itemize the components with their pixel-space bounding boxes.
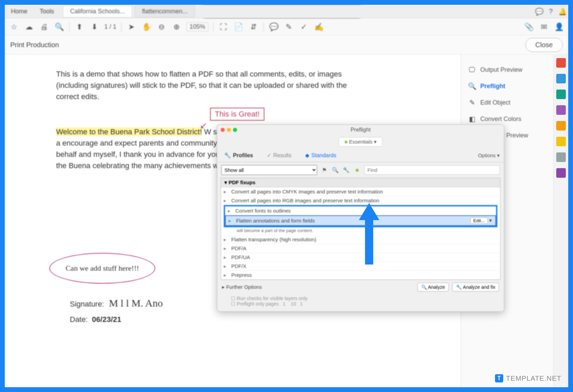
strip-icon-7[interactable] <box>556 152 566 162</box>
chat-icon[interactable]: 💬 <box>533 6 545 17</box>
strip-icon-1[interactable] <box>556 58 566 68</box>
callout-arrow-icon: ↙ <box>200 120 207 131</box>
user-icon[interactable]: 👤 <box>554 22 564 32</box>
item-prepress[interactable]: Prepress <box>221 271 500 280</box>
magnify-icon[interactable]: 🔍 <box>331 166 339 174</box>
tab-results[interactable]: ✓ Results <box>264 151 294 160</box>
close-button[interactable]: Close <box>525 38 563 52</box>
pf-bottom-options: ☐ Run checks for visible layers only ☐ P… <box>217 294 504 311</box>
pf-list: ▾ PDF fixups Convert all pages into CMYK… <box>221 178 500 280</box>
sidebar-item-output-preview[interactable]: 🖵Output Preview <box>465 62 549 78</box>
watermark-logo-icon: T <box>495 374 503 382</box>
comment-icon[interactable]: 💬 <box>269 22 279 32</box>
flag-icon[interactable]: ⚑ <box>321 166 328 174</box>
down-icon[interactable]: ⬇ <box>89 22 100 32</box>
zoom-out-icon[interactable]: ⊖ <box>156 22 167 32</box>
mail-icon[interactable]: ✉ <box>539 22 549 32</box>
print-icon[interactable]: 🖨 <box>39 22 49 32</box>
signature-area: Signature: M l l M. Ano Date: 06/23/21 <box>70 297 163 324</box>
bell-icon[interactable]: 🔔 <box>557 6 568 17</box>
zoom-value[interactable]: 105% <box>186 22 208 31</box>
menu-tools[interactable]: Tools <box>34 8 60 15</box>
star-icon[interactable]: ☆ <box>9 22 19 32</box>
tab-california[interactable]: California Schools... <box>63 5 132 17</box>
item-flatten-desc: will become a part of the page content. <box>221 227 500 235</box>
zoom-in-icon[interactable]: ⊕ <box>171 22 182 32</box>
preflight-icon: 🔍 <box>468 82 476 90</box>
further-options[interactable]: ▸ Further Options <box>222 284 262 290</box>
oval-annotation[interactable]: Can we add stuff here!!! <box>49 253 155 284</box>
sidebar-item-edit-object[interactable]: ✎Edit Object <box>465 94 549 111</box>
cloud-icon[interactable]: ☁ <box>24 22 34 32</box>
page-indicator: 1 / 1 <box>104 23 116 30</box>
find-input[interactable] <box>364 165 500 175</box>
pf-options[interactable]: Options ▾ <box>478 152 500 159</box>
toolbar: ☆ ☁ 🖨 🔍 ⬆ ⬇ 1 / 1 ➤ ✋ ⊖ ⊕ 105% ⛶ 📄 ⇵ 💬 ✎… <box>5 18 568 36</box>
wrench-icon[interactable]: 🔧 <box>342 166 350 174</box>
pp-title: Print Production <box>10 41 59 49</box>
tabs-row: Home Tools California Schools... flatten… <box>5 5 568 18</box>
close-window-icon[interactable] <box>221 128 225 132</box>
analyze-button[interactable]: 🔍 Analyze <box>417 283 449 292</box>
highlight-text: Welcome to the Buena Park School Distric… <box>56 127 202 136</box>
strip-icon-3[interactable] <box>556 90 566 99</box>
stamp-icon[interactable]: ✓ <box>299 22 309 32</box>
strip-icon-2[interactable] <box>556 74 566 83</box>
sign-icon[interactable]: ✍ <box>314 22 324 32</box>
watermark: T TEMPLATE.NET <box>495 374 561 382</box>
date-value: 06/23/21 <box>92 315 121 324</box>
item-cmyk[interactable]: Convert all pages into CMYK images and p… <box>221 187 500 196</box>
pf-title: Preflight <box>351 127 371 133</box>
edit-button[interactable]: Edit... <box>470 217 488 224</box>
group-pdf-fixups[interactable]: ▾ PDF fixups <box>221 178 500 187</box>
attach-icon[interactable]: 📎 <box>524 22 534 32</box>
pen-icon[interactable]: ✎ <box>284 22 294 32</box>
strip-icon-8[interactable] <box>556 168 566 178</box>
print-production-bar: Print Production Close <box>5 36 568 55</box>
sig-value: M l l M. Ano <box>109 297 163 309</box>
pf-titlebar: Preflight <box>217 125 504 135</box>
maximize-window-icon[interactable] <box>233 128 237 132</box>
tab-profiles[interactable]: 🔧 Profiles <box>221 151 256 160</box>
watermark-text: TEMPLATE.NET <box>506 375 561 382</box>
callout-annotation[interactable]: This is Great! <box>210 108 264 121</box>
scroll-icon[interactable]: ⇵ <box>248 22 259 32</box>
doc-para1: This is a demo that shows how to flatten… <box>56 68 364 102</box>
sidebar-item-preflight[interactable]: 🔍Preflight <box>465 78 549 94</box>
right-icon-strip <box>553 55 568 387</box>
search-icon[interactable]: 🔍 <box>54 22 64 32</box>
edit-object-icon: ✎ <box>468 98 476 107</box>
fit-icon[interactable]: ⛶ <box>218 22 229 32</box>
help-icon[interactable]: ? <box>545 6 557 17</box>
item-pdfa[interactable]: PDF/A <box>221 244 500 253</box>
item-flatten-annotations[interactable]: Flatten annotations and form fields Edit… <box>225 215 496 226</box>
tab-standards[interactable]: ◆ Standards <box>302 151 339 160</box>
square-icon[interactable]: ■ <box>353 166 361 174</box>
hand-icon[interactable]: ✋ <box>141 22 152 32</box>
output-icon: 🖵 <box>468 66 476 74</box>
tab-flatten[interactable]: flattencommen... <box>135 5 195 17</box>
strip-icon-6[interactable] <box>556 137 566 146</box>
strip-icon-4[interactable] <box>556 105 566 115</box>
page-icon[interactable]: 📄 <box>233 22 244 32</box>
item-pdfua[interactable]: PDF/UA <box>221 253 500 262</box>
item-outlines[interactable]: Convert fonts to outlines <box>225 206 496 215</box>
colors-icon: ◧ <box>468 115 476 123</box>
preflight-dialog: Preflight ■ Essentials ▾ 🔧 Profiles ✓ Re… <box>217 124 504 312</box>
strip-icon-5[interactable] <box>556 121 566 131</box>
item-rgb[interactable]: Convert all pages into RGB images and pr… <box>221 196 500 205</box>
sig-label: Signature: <box>70 300 104 308</box>
menu-home[interactable]: Home <box>5 8 34 15</box>
date-label: Date: <box>70 315 88 324</box>
show-all-select[interactable]: Show all <box>221 165 317 175</box>
essentials-dropdown[interactable]: ■ Essentials ▾ <box>339 137 382 147</box>
pointer-icon[interactable]: ➤ <box>126 22 136 32</box>
analyze-fix-button[interactable]: 🔧 Analyze and fix <box>452 283 499 292</box>
up-icon[interactable]: ⬆ <box>74 22 84 32</box>
minimize-window-icon[interactable] <box>227 128 231 132</box>
item-pdfx[interactable]: PDF/X <box>221 262 500 271</box>
item-transparency[interactable]: Flatten transparency (high resolution) <box>221 235 500 244</box>
